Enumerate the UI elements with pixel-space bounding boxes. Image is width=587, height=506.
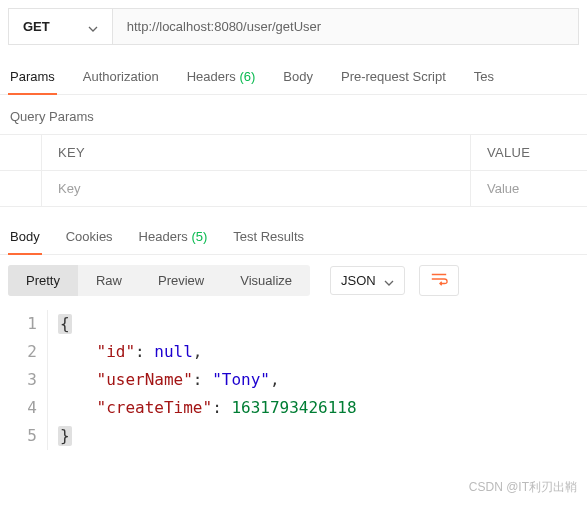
tab-tests[interactable]: Tes bbox=[472, 63, 496, 94]
key-header: KEY bbox=[42, 135, 471, 171]
query-params-title: Query Params bbox=[0, 95, 587, 134]
tab-test-results[interactable]: Test Results bbox=[231, 223, 306, 254]
code-content[interactable]: { "id": null, "userName": "Tony", "creat… bbox=[48, 310, 357, 450]
table-row[interactable]: Key Value bbox=[0, 171, 587, 207]
json-value: 1631793426118 bbox=[231, 398, 356, 417]
url-input[interactable] bbox=[113, 9, 578, 44]
tab-headers[interactable]: Headers (6) bbox=[185, 63, 258, 94]
tab-headers-label: Headers bbox=[187, 69, 236, 84]
open-brace: { bbox=[58, 314, 72, 334]
json-value: "Tony" bbox=[212, 370, 270, 389]
tab-params[interactable]: Params bbox=[8, 63, 57, 94]
query-params-table: KEY VALUE Key Value bbox=[0, 134, 587, 207]
view-controls: Pretty Raw Preview Visualize JSON bbox=[0, 255, 587, 306]
watermark: CSDN @IT利刃出鞘 bbox=[469, 479, 577, 496]
request-tabs: Params Authorization Headers (6) Body Pr… bbox=[0, 63, 587, 95]
format-select[interactable]: JSON bbox=[330, 266, 405, 295]
tab-response-headers[interactable]: Headers (5) bbox=[137, 223, 210, 254]
tab-cookies[interactable]: Cookies bbox=[64, 223, 115, 254]
tab-body[interactable]: Body bbox=[281, 63, 315, 94]
chevron-down-icon bbox=[88, 22, 98, 32]
wrap-lines-icon bbox=[430, 272, 448, 289]
method-value: GET bbox=[23, 19, 50, 34]
key-input[interactable]: Key bbox=[42, 171, 471, 207]
json-key: "createTime" bbox=[97, 398, 213, 417]
response-tabs: Body Cookies Headers (5) Test Results bbox=[0, 207, 587, 255]
response-body-editor[interactable]: 12345 { "id": null, "userName": "Tony", … bbox=[0, 306, 587, 450]
method-select[interactable]: GET bbox=[9, 9, 113, 44]
tab-authorization[interactable]: Authorization bbox=[81, 63, 161, 94]
tab-response-body[interactable]: Body bbox=[8, 223, 42, 254]
json-key: "id" bbox=[97, 342, 136, 361]
wrap-lines-button[interactable] bbox=[419, 265, 459, 296]
view-preview-button[interactable]: Preview bbox=[140, 265, 222, 296]
value-header: VALUE bbox=[471, 135, 587, 171]
json-key: "userName" bbox=[97, 370, 193, 389]
view-pretty-button[interactable]: Pretty bbox=[8, 265, 78, 296]
row-checkbox[interactable] bbox=[0, 171, 42, 207]
json-value: null bbox=[154, 342, 193, 361]
view-raw-button[interactable]: Raw bbox=[78, 265, 140, 296]
table-header-row: KEY VALUE bbox=[0, 135, 587, 171]
response-headers-label: Headers bbox=[139, 229, 188, 244]
value-input[interactable]: Value bbox=[471, 171, 587, 207]
checkbox-header bbox=[0, 135, 42, 171]
format-value: JSON bbox=[341, 273, 376, 288]
view-visualize-button[interactable]: Visualize bbox=[222, 265, 310, 296]
headers-count-badge: (6) bbox=[239, 69, 255, 84]
close-brace: } bbox=[58, 426, 72, 446]
response-headers-count-badge: (5) bbox=[191, 229, 207, 244]
view-segment: Pretty Raw Preview Visualize bbox=[8, 265, 310, 296]
line-gutter: 12345 bbox=[8, 310, 48, 450]
chevron-down-icon bbox=[384, 276, 394, 286]
request-bar: GET bbox=[8, 8, 579, 45]
tab-prerequest[interactable]: Pre-request Script bbox=[339, 63, 448, 94]
